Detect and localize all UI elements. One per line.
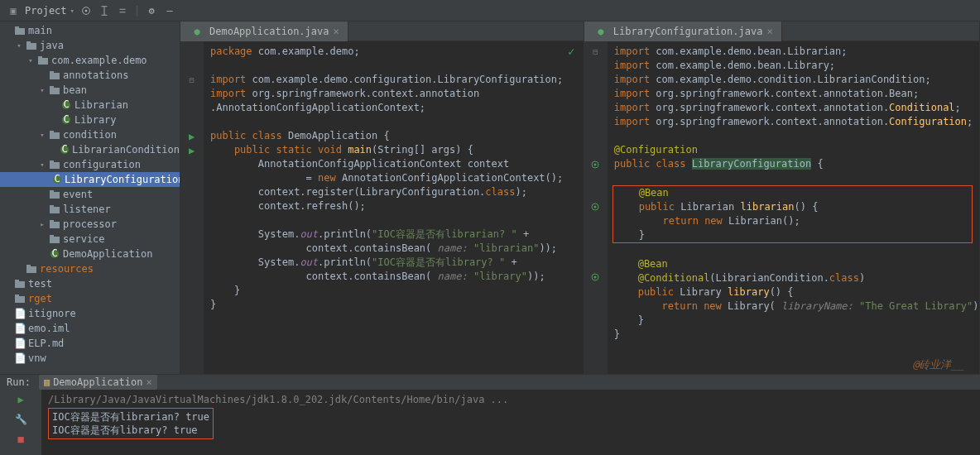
editor-left: ● DemoApplication.java × ⊟▶▶ package com… — [180, 22, 584, 374]
svg-rect-2 — [15, 28, 25, 35]
file-icon: 📄 — [14, 308, 26, 319]
pkg-icon — [49, 69, 60, 81]
tree-label: com.example.demo — [51, 55, 147, 66]
tree-item-test[interactable]: test — [0, 276, 180, 291]
svg-text:C: C — [63, 100, 69, 110]
tree-label: listener — [63, 204, 111, 215]
output-highlight-box: IOC容器是否有librarian? true IOC容器是否有library?… — [48, 408, 214, 439]
run-gutter-icon[interactable]: ▶ — [189, 131, 195, 142]
pkg-icon — [49, 129, 60, 141]
source-right[interactable]: import com.example.demo.bean.Librarian; … — [608, 41, 979, 374]
project-tree[interactable]: main▾java▾com.example.demoannotations▾be… — [0, 22, 180, 367]
svg-rect-36 — [15, 281, 25, 288]
chevron-icon: ▾ — [38, 131, 46, 139]
tab-label: LibraryConfiguration.java — [613, 26, 763, 37]
tree-item-bean[interactable]: ▾bean — [0, 83, 180, 98]
wrench-icon[interactable]: 🔧 — [14, 413, 27, 426]
editor-area: ● DemoApplication.java × ⊟▶▶ package com… — [180, 22, 980, 374]
tree-item-annotations[interactable]: annotations — [0, 68, 180, 83]
tree-item-java[interactable]: ▾java — [0, 38, 180, 53]
tab-demoapplication[interactable]: ● DemoApplication.java × — [180, 22, 348, 41]
run-output[interactable]: /Library/Java/JavaVirtualMachines/jdk1.8… — [41, 390, 980, 455]
source-left[interactable]: package com.example.demo; import com.exa… — [204, 41, 584, 374]
tree-label: ELP.md — [28, 338, 64, 349]
tree-item-vnw[interactable]: 📄vnw — [0, 351, 180, 366]
tree-item-processor[interactable]: ▸processor — [0, 217, 180, 232]
close-icon[interactable]: × — [766, 26, 772, 37]
project-dropdown[interactable]: ▣ Project ▾ — [5, 5, 74, 17]
tree-label: event — [63, 189, 93, 200]
code-left[interactable]: ⊟▶▶ package com.example.demo; import com… — [180, 41, 584, 374]
svg-rect-10 — [50, 88, 60, 94]
tree-item-event[interactable]: event — [0, 187, 180, 202]
fold-icon[interactable]: ⊟ — [189, 75, 194, 84]
tree-label: vnw — [28, 352, 46, 364]
tree-item-service[interactable]: service — [0, 232, 180, 247]
svg-rect-35 — [26, 265, 31, 267]
svg-rect-37 — [15, 280, 19, 282]
chevron-down-icon: ▾ — [70, 7, 74, 15]
tree-item-librariancondition[interactable]: CLibrarianCondition — [0, 142, 180, 157]
tab-libraryconfiguration[interactable]: ● LibraryConfiguration.java × — [584, 22, 782, 41]
pkg-icon — [49, 218, 60, 230]
tree-item-libraryconfiguration[interactable]: CLibraryConfiguration — [0, 172, 180, 187]
tree-item-itignore[interactable]: 📄itignore — [0, 306, 180, 321]
svg-rect-38 — [15, 296, 25, 303]
run-config-tab[interactable]: ▦ DemoApplication × — [39, 375, 157, 390]
tree-item-librarian[interactable]: CLibrarian — [0, 98, 180, 113]
collapse-icon[interactable] — [116, 4, 129, 17]
svg-text:C: C — [63, 115, 69, 125]
chevron-icon: ▸ — [38, 220, 46, 228]
tree-item-elp-md[interactable]: 📄ELP.md — [0, 336, 180, 351]
target-icon[interactable] — [79, 4, 93, 17]
tree-item-emo-iml[interactable]: 📄emo.iml — [0, 321, 180, 336]
tree-label: annotations — [63, 69, 128, 81]
run-gutter-icon[interactable]: ▶ — [189, 145, 195, 156]
tree-label: LibraryConfiguration — [65, 174, 180, 185]
svg-point-45 — [594, 275, 597, 278]
close-icon[interactable]: × — [147, 376, 152, 388]
fold-icon[interactable]: ⊟ — [593, 47, 598, 56]
run-command: /Library/Java/JavaVirtualMachines/jdk1.8… — [48, 393, 973, 406]
file-icon: 📄 — [14, 338, 26, 349]
svg-text:C: C — [61, 145, 67, 155]
code-right[interactable]: ⊟ import com.example.demo.bean.Librarian… — [584, 41, 979, 374]
tree-item-main[interactable]: main — [0, 23, 180, 38]
svg-rect-27 — [50, 205, 54, 208]
tabbar-left: ● DemoApplication.java × — [180, 22, 584, 41]
project-label: Project — [25, 5, 67, 17]
stop-icon[interactable]: ■ — [14, 433, 27, 446]
tree-item-com-example-demo[interactable]: ▾com.example.demo — [0, 53, 180, 68]
svg-rect-4 — [26, 43, 36, 50]
bean-gutter-icon[interactable] — [590, 160, 600, 170]
svg-point-41 — [594, 163, 597, 165]
tree-item-listener[interactable]: listener — [0, 202, 180, 217]
tree-label: emo.iml — [28, 323, 70, 334]
svg-rect-34 — [26, 266, 36, 273]
hide-icon[interactable]: — — [163, 4, 176, 17]
tree-item-configuration[interactable]: ▾configuration — [0, 157, 180, 172]
class-icon: C — [49, 248, 60, 260]
gear-icon[interactable]: ⚙ — [145, 4, 158, 17]
tree-item-rget[interactable]: rget — [0, 291, 180, 306]
tree-label: condition — [63, 129, 117, 141]
svg-rect-16 — [50, 132, 60, 139]
tree-item-library[interactable]: CLibrary — [0, 113, 180, 127]
folder-icon — [14, 25, 26, 36]
svg-rect-21 — [50, 160, 54, 163]
bean-gutter-icon[interactable] — [590, 272, 600, 282]
pkg-icon — [37, 55, 49, 66]
pkg-icon — [49, 204, 60, 215]
tree-item-condition[interactable]: ▾condition — [0, 127, 180, 142]
svg-rect-26 — [50, 207, 60, 213]
tree-item-demoapplication[interactable]: CDemoApplication — [0, 247, 180, 261]
svg-text:C: C — [54, 175, 60, 184]
output-line: IOC容器是否有librarian? true — [52, 410, 209, 424]
editor-right: ● LibraryConfiguration.java × ⊟ import c… — [584, 22, 980, 374]
close-icon[interactable]: × — [334, 26, 339, 37]
bean-gutter-icon[interactable] — [590, 202, 600, 212]
class-icon: C — [60, 144, 70, 156]
expand-icon[interactable] — [98, 4, 111, 17]
tree-item-resources[interactable]: resources — [0, 261, 180, 276]
rerun-icon[interactable]: ▶ — [14, 393, 27, 406]
